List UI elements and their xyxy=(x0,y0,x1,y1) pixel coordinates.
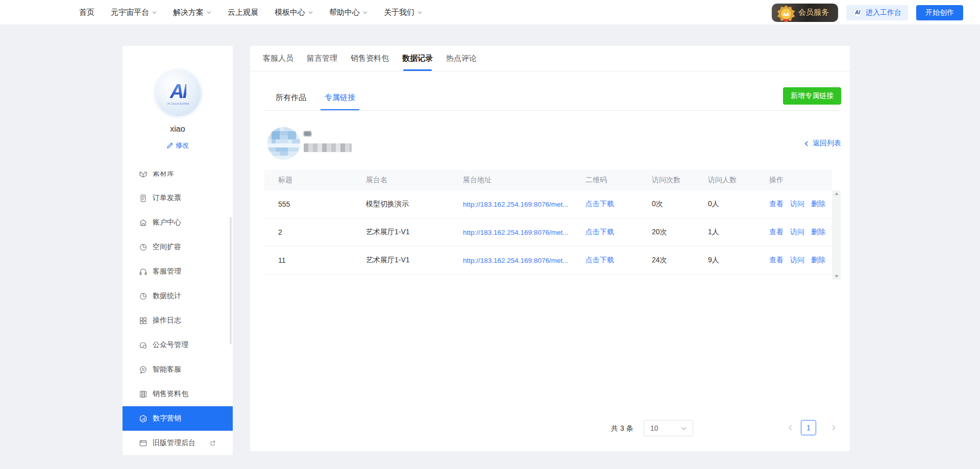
chevron-down-icon xyxy=(207,10,211,15)
chevron-down-icon xyxy=(308,10,313,15)
pagination-total: 共 3 条 xyxy=(611,424,633,433)
pagination-next-button[interactable] xyxy=(830,424,837,433)
start-creating-button[interactable]: 开始创作 xyxy=(916,5,963,20)
action-visit[interactable]: 访问 xyxy=(790,200,804,209)
action-view[interactable]: 查看 xyxy=(769,228,783,237)
cell-hall-name: 艺术展厅1-V1 xyxy=(352,228,449,237)
page-size-select[interactable]: 10 xyxy=(644,420,693,436)
grid-icon xyxy=(139,316,148,325)
blurred-user-detail xyxy=(304,143,352,152)
cell-qr-download: 点击下载 xyxy=(572,256,638,265)
sidebar-item-9[interactable]: 销售资料包 xyxy=(122,382,233,406)
avatar[interactable]: AI AI Cloud Exhibit xyxy=(155,70,201,116)
chevron-down-icon xyxy=(152,10,157,15)
sidebar-scrollbar[interactable] xyxy=(230,217,232,344)
sidebar-item-4[interactable]: 客服管理 xyxy=(122,259,233,284)
add-exclusive-link-button[interactable]: 新增专属链接 xyxy=(783,87,841,105)
avatar-logo-text: AI xyxy=(170,82,186,101)
tab-3[interactable]: 数据记录 xyxy=(402,46,433,71)
cell-actions: 查看访问删除 xyxy=(755,256,832,265)
sidebar-item-10[interactable]: 数字营销 xyxy=(122,406,233,431)
sidebar-item-0[interactable]: 素材库 xyxy=(122,171,233,186)
scroll-down-arrow[interactable] xyxy=(835,275,839,278)
sidebar-item-label: 素材库 xyxy=(153,171,174,178)
pagination-page-1[interactable]: 1 xyxy=(801,420,816,435)
nav-item-3[interactable]: 云上观展 xyxy=(228,8,258,17)
cell-actions: 查看访问删除 xyxy=(755,228,832,237)
cell-actions: 查看访问删除 xyxy=(755,200,832,209)
edit-profile-link[interactable]: 修改 xyxy=(122,141,233,150)
scroll-up-arrow[interactable] xyxy=(835,192,839,195)
sidebar: AI AI Cloud Exhibit xiao 修改 素材库订单发票账户中心空… xyxy=(122,46,233,455)
cell-hall-url-link[interactable]: http://183.162.254.169:8076/met... xyxy=(463,229,568,236)
nav-item-2[interactable]: 解决方案 xyxy=(173,8,211,17)
nav-item-1[interactable]: 元宇宙平台 xyxy=(111,8,157,17)
member-service-button[interactable]: 会员服务 xyxy=(772,4,838,22)
cell-qr-download-link[interactable]: 点击下载 xyxy=(585,200,614,208)
navbar-right: 会员服务 AI 进入工作台 开始创作 xyxy=(772,0,963,25)
nav-menu: 首页元宇宙平台解决方案云上观展模板中心帮助中心关于我们 xyxy=(79,0,422,25)
chevron-right-icon xyxy=(830,425,837,431)
nav-item-label: 解决方案 xyxy=(173,8,204,17)
sidebar-item-label: 数字营销 xyxy=(153,414,181,423)
tab-1[interactable]: 留言管理 xyxy=(307,46,337,71)
nav-item-4[interactable]: 模板中心 xyxy=(275,8,313,17)
subtab-0[interactable]: 所有作品 xyxy=(276,85,306,110)
column-header-1: 展台名 xyxy=(352,176,449,185)
cell-title: 2 xyxy=(264,228,352,236)
table-header: 标题展台名展台地址二维码访问次数访问人数操作 xyxy=(264,170,832,190)
action-visit[interactable]: 访问 xyxy=(790,228,804,237)
links-table: 标题展台名展台地址二维码访问次数访问人数操作 555模型切换演示http://1… xyxy=(264,170,841,275)
sidebar-item-1[interactable]: 订单发票 xyxy=(122,186,233,210)
table-row-2: 11艺术展厅1-V1http://183.162.254.169:8076/me… xyxy=(264,246,832,275)
action-delete[interactable]: 删除 xyxy=(811,228,825,237)
sidebar-item-6[interactable]: 操作日志 xyxy=(122,308,233,333)
sidebar-item-8[interactable]: 智能客服 xyxy=(122,357,233,382)
nav-item-5[interactable]: 帮助中心 xyxy=(329,8,368,17)
enter-workspace-button[interactable]: AI 进入工作台 xyxy=(846,5,908,20)
back-to-list-label: 返回列表 xyxy=(813,139,841,148)
sidebar-item-11[interactable]: 旧版管理后台 xyxy=(122,431,233,455)
cell-visit-count: 0次 xyxy=(638,200,694,209)
cell-qr-download: 点击下载 xyxy=(572,200,638,209)
sidebar-item-7[interactable]: 公众号管理 xyxy=(122,333,233,357)
tab-2[interactable]: 销售资料包 xyxy=(351,46,389,71)
cell-title: 555 xyxy=(264,200,352,208)
cell-visitor-count: 1人 xyxy=(694,228,755,237)
tab-4[interactable]: 热点评论 xyxy=(446,46,477,71)
avatar-logo-caption: AI Cloud Exhibit xyxy=(167,102,189,105)
action-delete[interactable]: 删除 xyxy=(811,256,825,265)
headset-icon xyxy=(139,267,148,276)
action-view[interactable]: 查看 xyxy=(769,200,783,209)
nav-item-label: 模板中心 xyxy=(275,8,305,17)
chevron-left-icon xyxy=(788,425,794,431)
nav-item-6[interactable]: 关于我们 xyxy=(384,8,422,17)
action-visit[interactable]: 访问 xyxy=(790,256,804,265)
cell-hall-url: http://183.162.254.169:8076/met... xyxy=(449,229,572,236)
add-exclusive-link-label: 新增专属链接 xyxy=(791,91,834,101)
sidebar-item-3[interactable]: 空间扩容 xyxy=(122,235,233,259)
sidebar-item-5[interactable]: 数据统计 xyxy=(122,284,233,308)
cell-qr-download-link[interactable]: 点击下载 xyxy=(585,256,614,264)
username: xiao xyxy=(122,125,233,134)
sidebar-item-label: 智能客服 xyxy=(153,365,181,374)
back-to-list-link[interactable]: 返回列表 xyxy=(804,139,841,148)
action-delete[interactable]: 删除 xyxy=(811,200,825,209)
subtab-1[interactable]: 专属链接 xyxy=(325,85,355,110)
nav-item-label: 首页 xyxy=(79,8,94,17)
cell-hall-name: 模型切换演示 xyxy=(352,200,449,209)
window-icon xyxy=(139,439,148,448)
sidebar-menu: 素材库订单发票账户中心空间扩容客服管理数据统计操作日志公众号管理智能客服销售资料… xyxy=(122,171,233,455)
pagination-prev-button[interactable] xyxy=(788,424,794,433)
tab-0[interactable]: 客服人员 xyxy=(263,46,293,71)
cell-hall-url-link[interactable]: http://183.162.254.169:8076/met... xyxy=(463,257,568,264)
nav-item-0[interactable]: 首页 xyxy=(79,8,94,17)
sidebar-item-2[interactable]: 账户中心 xyxy=(122,210,233,235)
action-view[interactable]: 查看 xyxy=(769,256,783,265)
member-service-label: 会员服务 xyxy=(798,8,829,17)
cell-qr-download-link[interactable]: 点击下载 xyxy=(585,228,614,236)
sidebar-item-label: 销售资料包 xyxy=(153,389,188,399)
cell-hall-url-link[interactable]: http://183.162.254.169:8076/met... xyxy=(463,201,568,208)
sidebar-item-label: 旧版管理后台 xyxy=(153,438,195,448)
table-scrollbar[interactable] xyxy=(832,190,841,280)
